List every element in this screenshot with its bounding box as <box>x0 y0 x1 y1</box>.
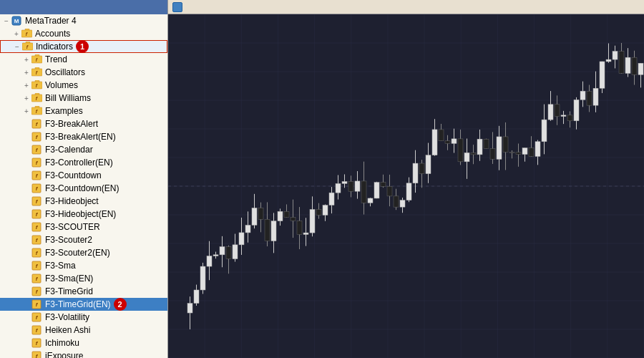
badge-indicators: 1 <box>76 40 89 53</box>
navigator-panel: − M MetaTrader 4+ f Accounts− f Indicato… <box>0 0 168 358</box>
tree-item-ichimoku[interactable]: f Ichimoku <box>0 337 167 349</box>
chart-container <box>168 0 644 358</box>
tree-item-f3-breakalert-en[interactable]: f F3-BreakAlert(EN) <box>0 130 167 143</box>
tree-item-oscillators[interactable]: + f Oscillators <box>0 66 167 79</box>
navigator-tree[interactable]: − M MetaTrader 4+ f Accounts− f Indicato… <box>0 14 167 358</box>
main-container: − M MetaTrader 4+ f Accounts− f Indicato… <box>0 0 644 358</box>
expand-btn-volumes[interactable]: + <box>21 80 31 90</box>
indicator-icon-f3-timegrid: f <box>31 286 43 296</box>
expand-btn-examples[interactable]: + <box>21 106 31 116</box>
expand-spacer-f3-calendar <box>21 145 31 155</box>
indicator-icon-f3-sma: f <box>31 261 43 271</box>
folder-icon-indicators: f <box>22 42 34 52</box>
tree-label-f3-countdown-en: F3-Countdown(EN) <box>45 183 119 193</box>
svg-text:M: M <box>14 18 19 24</box>
tree-label-examples: Examples <box>45 106 83 116</box>
tree-label-iexposure: iExposure <box>45 351 83 358</box>
tree-item-f3-scouter[interactable]: f F3-SCOUTER <box>0 221 167 233</box>
tree-item-f3-hideobject[interactable]: f F3-Hideobject <box>0 195 167 208</box>
tree-label-f3-timegrid: F3-TimeGrid <box>45 286 93 296</box>
tree-item-indicators[interactable]: − f Indicators1 <box>0 40 167 53</box>
tree-item-f3-volatility[interactable]: f F3-Volatility <box>0 311 167 324</box>
expand-spacer-f3-hideobject <box>21 196 31 206</box>
indicator-icon-f3-scouter: f <box>31 222 43 232</box>
tree-item-f3-timegrid[interactable]: f F3-TimeGrid <box>0 285 167 298</box>
tree-item-bill_williams[interactable]: + f Bill Williams <box>0 92 167 105</box>
chart-titlebar <box>168 0 644 14</box>
expand-spacer-f3-scouter <box>21 222 31 232</box>
expand-spacer-f3-scouter2 <box>21 235 31 245</box>
expand-btn-accounts[interactable]: + <box>11 29 21 39</box>
tree-item-f3-hideobject-en[interactable]: f F3-Hideobject(EN) <box>0 208 167 221</box>
tree-item-f3-scouter2-en[interactable]: f F3-Scouter2(EN) <box>0 246 167 259</box>
indicator-icon-f3-breakalert: f <box>31 119 43 129</box>
expand-spacer-f3-sma <box>21 261 31 271</box>
expand-btn-indicators[interactable]: − <box>12 42 22 52</box>
expand-btn-trend[interactable]: + <box>21 54 31 64</box>
expand-spacer-f3-controller-en <box>21 158 31 168</box>
indicator-icon-f3-countdown-en: f <box>31 183 43 193</box>
tree-item-f3-scouter2[interactable]: f F3-Scouter2 <box>0 233 167 246</box>
indicator-icon-ichimoku: f <box>31 338 43 348</box>
tree-item-f3-controller-en[interactable]: f F3-Controller(EN) <box>0 156 167 169</box>
tree-label-f3-breakalert: F3-BreakAlert <box>45 119 98 129</box>
tree-label-f3-controller-en: F3-Controller(EN) <box>45 158 113 168</box>
tree-label-indicators: Indicators <box>36 42 73 52</box>
indicator-icon-f3-scouter2: f <box>31 235 43 245</box>
tree-label-f3-timegrid-en: F3-TimeGrid(EN) <box>45 299 111 309</box>
tree-label-f3-sma-en: F3-Sma(EN) <box>45 274 93 284</box>
tree-label-accounts: Accounts <box>35 29 70 39</box>
root-icon: M <box>11 16 23 26</box>
indicator-icon-f3-countdown: f <box>31 170 43 180</box>
tree-item-f3-countdown-en[interactable]: f F3-Countdown(EN) <box>0 182 167 195</box>
folder-icon-bill_williams: f <box>31 93 43 103</box>
expand-spacer-f3-timegrid <box>21 286 31 296</box>
expand-btn-metatrader4[interactable]: − <box>1 16 11 26</box>
tree-label-f3-hideobject: F3-Hideobject <box>45 196 99 206</box>
expand-spacer-ichimoku <box>21 338 31 348</box>
tree-label-f3-scouter: F3-SCOUTER <box>45 222 100 232</box>
tree-label-f3-volatility: F3-Volatility <box>45 312 89 322</box>
tree-item-examples[interactable]: + f Examples <box>0 105 167 117</box>
tree-item-f3-sma[interactable]: f F3-Sma <box>0 259 167 272</box>
expand-spacer-f3-countdown <box>21 170 31 180</box>
expand-spacer-f3-sma-en <box>21 274 31 284</box>
expand-btn-oscillators[interactable]: + <box>21 67 31 77</box>
tree-label-f3-breakalert-en: F3-BreakAlert(EN) <box>45 132 116 142</box>
tree-label-ichimoku: Ichimoku <box>45 338 79 348</box>
tree-label-oscillators: Oscillators <box>45 67 85 77</box>
tree-item-f3-breakalert[interactable]: f F3-BreakAlert <box>0 117 167 130</box>
tree-item-f3-calendar[interactable]: f F3-Calendar <box>0 143 167 156</box>
tree-item-iexposure[interactable]: f iExposure <box>0 349 167 358</box>
folder-icon-volumes: f <box>31 80 43 90</box>
tree-label-f3-scouter2-en: F3-Scouter2(EN) <box>45 248 110 258</box>
tree-item-volumes[interactable]: + f Volumes <box>0 79 167 92</box>
indicator-icon-f3-hideobject: f <box>31 196 43 206</box>
expand-spacer-f3-timegrid-en <box>21 299 31 309</box>
indicator-icon-f3-hideobject-en: f <box>31 209 43 219</box>
indicator-icon-f3-scouter2-en: f <box>31 248 43 258</box>
tree-item-f3-timegrid-en[interactable]: f F3-TimeGrid(EN)2 <box>0 298 167 311</box>
indicator-icon-heiken-ashi: f <box>31 325 43 335</box>
folder-icon-accounts: f <box>21 29 33 39</box>
expand-spacer-f3-scouter2-en <box>21 248 31 258</box>
chart-area[interactable] <box>168 14 644 358</box>
expand-spacer-iexposure <box>21 351 31 358</box>
indicator-icon-iexposure: f <box>31 351 43 358</box>
navigator-header <box>0 0 167 14</box>
expand-btn-bill_williams[interactable]: + <box>21 93 31 103</box>
tree-item-heiken-ashi[interactable]: f Heiken Ashi <box>0 324 167 337</box>
indicator-icon-f3-volatility: f <box>31 312 43 322</box>
tree-item-metatrader4[interactable]: − M MetaTrader 4 <box>0 14 167 27</box>
tree-item-f3-sma-en[interactable]: f F3-Sma(EN) <box>0 272 167 285</box>
tree-label-trend: Trend <box>45 54 67 64</box>
expand-spacer-f3-countdown-en <box>21 183 31 193</box>
tree-item-trend[interactable]: + f Trend <box>0 53 167 66</box>
folder-icon-trend: f <box>31 54 43 64</box>
tree-label-f3-countdown: F3-Countdown <box>45 170 102 180</box>
expand-spacer-heiken-ashi <box>21 325 31 335</box>
tree-item-f3-countdown[interactable]: f F3-Countdown <box>0 169 167 182</box>
tree-item-accounts[interactable]: + f Accounts <box>0 27 167 40</box>
indicator-icon-f3-timegrid-en: f <box>31 299 43 309</box>
tree-label-heiken-ashi: Heiken Ashi <box>45 325 90 335</box>
